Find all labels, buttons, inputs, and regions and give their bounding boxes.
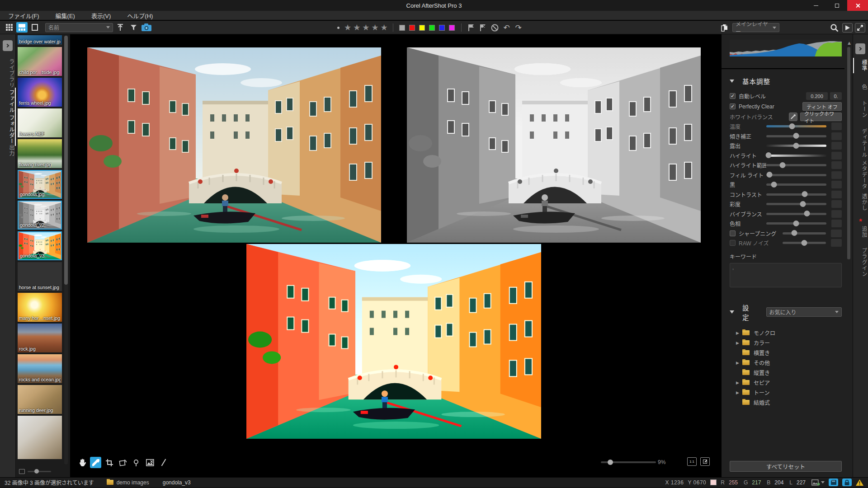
flag-pick-button[interactable] bbox=[466, 22, 477, 33]
collapse-left-panel-button[interactable] bbox=[3, 40, 13, 51]
preset-folder-monochrome[interactable]: ▶ モノクロ bbox=[730, 328, 842, 338]
warning-indicator[interactable] bbox=[856, 479, 863, 486]
auto-level-value-1[interactable]: 0.200 bbox=[806, 92, 828, 100]
thumbnail-bridge-over-water[interactable]: bridge over water.jpg bbox=[18, 35, 62, 45]
thumbnail-flowers[interactable]: flowers.NEF bbox=[18, 108, 62, 137]
rating-star-2[interactable]: ★ bbox=[353, 23, 360, 32]
auto-level-value-2[interactable]: 0. bbox=[830, 92, 842, 100]
preset-category-dropdown[interactable]: お気に入り bbox=[766, 307, 842, 317]
fill-light-slider[interactable] bbox=[766, 174, 826, 176]
copy-settings-button[interactable] bbox=[718, 22, 730, 33]
slider-value-box[interactable] bbox=[831, 171, 842, 179]
photo-gondola-v2-grayscale[interactable] bbox=[407, 47, 701, 243]
tools-expander[interactable] bbox=[171, 457, 183, 468]
flag-clear-button[interactable] bbox=[489, 22, 501, 33]
thumbnail-many-horses[interactable]: many hor…nset.jpg bbox=[18, 293, 62, 322]
slider-thumb[interactable] bbox=[791, 230, 797, 236]
slider-thumb[interactable] bbox=[802, 191, 808, 197]
zoom-100-button[interactable]: 1:1 bbox=[687, 457, 697, 466]
click-white-button[interactable]: クリックホワイト bbox=[800, 113, 842, 121]
rating-star-3[interactable]: ★ bbox=[362, 23, 369, 32]
eyedropper-tool[interactable] bbox=[90, 457, 101, 468]
menu-edit[interactable]: 編集(E) bbox=[56, 11, 75, 20]
thumbnail-gondola[interactable]: gondola.jpg bbox=[18, 170, 62, 199]
lock-toggle[interactable] bbox=[842, 479, 852, 486]
tab-watermark[interactable]: 透かし bbox=[853, 193, 868, 211]
contrast-slider[interactable] bbox=[766, 193, 826, 196]
thumbnail-size-slider-thumb[interactable] bbox=[34, 469, 39, 474]
layer-select-dropdown[interactable]: メインレイヤー bbox=[732, 23, 779, 32]
thumbnail-child-portrait[interactable]: child por…tside.jpg bbox=[18, 47, 62, 76]
panel-scrollbar[interactable]: ▲ bbox=[847, 41, 851, 321]
close-button[interactable] bbox=[847, 0, 868, 11]
vibrance-slider[interactable] bbox=[766, 213, 826, 215]
slider-value-box[interactable] bbox=[831, 200, 842, 208]
thumbnail-rocks-and-ocean[interactable]: rocks and ocean.jpg bbox=[18, 354, 62, 383]
slider-thumb[interactable] bbox=[771, 182, 777, 188]
slider-thumb[interactable] bbox=[766, 172, 772, 178]
panel-scrollbar-thumb[interactable] bbox=[847, 47, 850, 259]
expand-arrow-icon[interactable]: ▶ bbox=[736, 341, 742, 345]
rating-star-1[interactable]: ★ bbox=[344, 23, 351, 32]
tab-tone[interactable]: トーン bbox=[853, 100, 868, 118]
photo-gondola-v3-vivid[interactable] bbox=[246, 244, 541, 439]
tab-detail[interactable]: ディテール bbox=[853, 128, 868, 158]
slider-thumb[interactable] bbox=[793, 143, 799, 149]
sharpening-slider[interactable] bbox=[783, 232, 826, 235]
tab-file-folders[interactable]: ファイル フォルダー bbox=[0, 89, 15, 144]
highlight-range-slider[interactable] bbox=[766, 164, 826, 166]
thumbnail-rock[interactable]: rock.jpg bbox=[18, 324, 62, 352]
preset-folder-color[interactable]: ▶ カラー bbox=[730, 338, 842, 348]
slider-value-box[interactable] bbox=[831, 230, 842, 237]
label-swatch-green[interactable] bbox=[429, 25, 435, 31]
slider-value-box[interactable] bbox=[831, 239, 842, 247]
perfectly-clear-checkbox[interactable]: ✓ bbox=[730, 103, 736, 109]
expand-arrow-icon[interactable]: ▶ bbox=[736, 390, 742, 395]
preset-folder-portrait[interactable]: 縦置き bbox=[730, 368, 842, 378]
thumbnail-scrollbar-thumb[interactable] bbox=[64, 36, 68, 285]
blacks-slider[interactable] bbox=[766, 183, 826, 186]
slider-value-box[interactable] bbox=[831, 161, 842, 169]
grid-view-button[interactable] bbox=[4, 22, 15, 33]
slider-thumb[interactable] bbox=[800, 201, 806, 207]
tab-output[interactable]: 出力 bbox=[0, 145, 15, 156]
keyword-textarea[interactable]: , bbox=[730, 263, 842, 287]
soft-proof-button[interactable] bbox=[811, 479, 825, 486]
zoom-slider-thumb[interactable] bbox=[608, 460, 613, 465]
tab-add[interactable]: 追加 bbox=[853, 226, 868, 238]
search-button[interactable] bbox=[828, 22, 840, 33]
redeye-tool[interactable] bbox=[131, 457, 142, 468]
sort-button[interactable] bbox=[114, 22, 126, 33]
thumbnail-squirrel[interactable] bbox=[18, 416, 62, 459]
thumbnail-horse-at-sunset[interactable]: horse at sunset.jpg bbox=[18, 262, 62, 291]
thumbnail-ferris-wheel[interactable]: ferris wheel.jpg bbox=[18, 78, 62, 107]
menu-view[interactable]: 表示(V) bbox=[91, 11, 111, 20]
rating-star-5[interactable]: ★ bbox=[381, 23, 388, 32]
slider-value-box[interactable] bbox=[831, 132, 842, 140]
thumbnail-scrollbar[interactable] bbox=[64, 35, 68, 465]
flag-reject-button[interactable] bbox=[477, 22, 489, 33]
slider-value-box[interactable] bbox=[831, 181, 842, 188]
sharpening-checkbox[interactable] bbox=[730, 230, 736, 236]
straighten-slider[interactable] bbox=[766, 135, 826, 137]
rating-star-4[interactable]: ★ bbox=[371, 23, 378, 32]
slider-thumb[interactable] bbox=[766, 152, 772, 158]
slider-value-box[interactable] bbox=[831, 210, 842, 218]
current-file[interactable]: gondola_v3 bbox=[163, 479, 191, 486]
raw-noise-slider[interactable] bbox=[783, 242, 826, 244]
expand-arrow-icon[interactable]: ▶ bbox=[736, 380, 742, 385]
minimize-button[interactable] bbox=[806, 0, 826, 11]
slider-thumb[interactable] bbox=[779, 162, 785, 168]
temperature-slider[interactable] bbox=[766, 125, 826, 127]
browse-view-button[interactable] bbox=[16, 22, 28, 33]
slider-thumb[interactable] bbox=[804, 211, 810, 216]
rating-none-dot[interactable] bbox=[337, 27, 340, 29]
label-swatch-red[interactable] bbox=[409, 25, 415, 31]
menu-file[interactable]: ファイル(F) bbox=[8, 11, 39, 20]
preset-folder-landscape[interactable]: 横置き bbox=[730, 348, 842, 358]
thumbnail-running-deer[interactable]: running deer.jpg bbox=[18, 385, 62, 414]
slider-thumb[interactable] bbox=[789, 123, 795, 129]
hand-tool[interactable] bbox=[76, 457, 88, 468]
highlights-slider[interactable] bbox=[766, 155, 826, 157]
straighten-tool[interactable] bbox=[117, 457, 128, 468]
